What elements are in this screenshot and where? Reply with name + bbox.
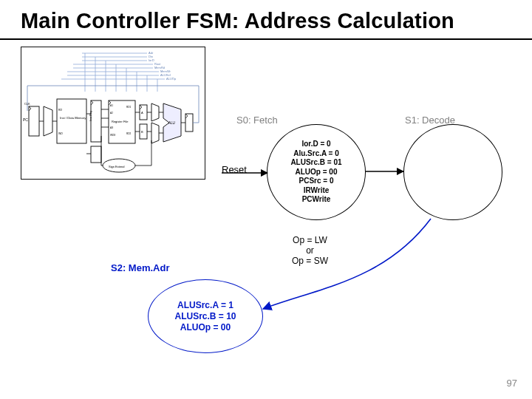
s0-l5: PCSrc = 0 xyxy=(299,177,334,186)
s2-l2: ALUSrc.B = 10 xyxy=(174,311,236,322)
mem-block: Inst / Data Memory xyxy=(60,116,86,120)
b-reg: B xyxy=(141,130,143,134)
state-s1 xyxy=(403,124,502,220)
page-title: Main Controller FSM: Address Calculation xyxy=(21,9,454,33)
sig-iord: IorD xyxy=(149,58,154,62)
page-number: 97 xyxy=(507,378,517,389)
title-underline xyxy=(0,38,532,40)
port-rd: RD xyxy=(58,109,63,112)
a-reg: A xyxy=(141,111,143,115)
transition-s1-s2: Op = LW or Op = SW xyxy=(292,235,328,266)
trans-l3: Op = SW xyxy=(292,256,328,266)
clk-label: CLK xyxy=(24,102,30,106)
trans-l1: Op = LW xyxy=(292,235,328,245)
signext-block: Sign Extend xyxy=(109,165,125,168)
pc-label: PC xyxy=(23,117,28,122)
s0-l7: PCWrite xyxy=(302,195,331,205)
svg-rect-19 xyxy=(91,146,101,163)
svg-rect-16 xyxy=(29,106,39,136)
svg-rect-18 xyxy=(91,100,101,142)
port-wd: WD xyxy=(58,132,63,135)
s0-l2: Alu.Src.A = 0 xyxy=(293,149,339,159)
state-s2-header: S2: Mem.Adr xyxy=(111,262,169,273)
reset-label: Reset xyxy=(222,164,247,175)
s2-l3: ALUOp = 00 xyxy=(180,322,231,333)
state-s0-header: S0: Fetch xyxy=(236,115,278,126)
port-a3: A3 xyxy=(110,126,113,129)
sig-aluop: ALUOp xyxy=(166,77,177,81)
svg-rect-17 xyxy=(57,99,86,143)
s0-l3: ALUSrc.B = 01 xyxy=(290,158,341,168)
datapath-schematic: Adr Din IorD Rout MemRd MemWr ALUSel ALU… xyxy=(21,47,205,180)
state-s0: Ior.D = 0 Alu.Src.A = 0 ALUSrc.B = 01 AL… xyxy=(267,124,366,220)
rf-block: Register File xyxy=(112,120,129,123)
alu-block: ALU xyxy=(168,121,175,125)
port-a1: A1 xyxy=(110,104,113,107)
trans-l2: or xyxy=(292,245,328,256)
state-s2: ALUSrc.A = 1 ALUSrc.B = 10 ALUOp = 00 xyxy=(148,279,263,353)
s0-l4: ALUOp = 00 xyxy=(296,168,338,177)
port-rd1: RD1 xyxy=(126,106,132,109)
s2-l1: ALUSrc.A = 1 xyxy=(177,300,233,311)
svg-rect-23 xyxy=(185,114,193,132)
port-wd3: WD3 xyxy=(110,134,115,137)
s0-l1: Ior.D = 0 xyxy=(301,140,330,149)
port-a2: A2 xyxy=(110,112,113,115)
s0-l6: IRWrite xyxy=(304,186,330,196)
ir-block: Inst Reg xyxy=(89,111,92,121)
port-rd2: RD2 xyxy=(126,132,132,135)
